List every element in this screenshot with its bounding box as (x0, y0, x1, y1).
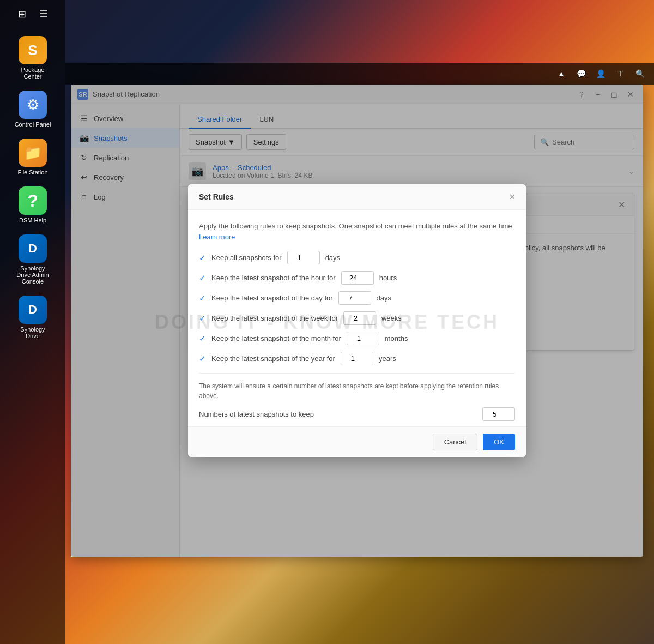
modal-ok-btn[interactable]: OK (483, 434, 515, 450)
control-panel-label: Control Panel (15, 121, 51, 128)
rule-check-3: ✓ (199, 314, 206, 323)
rule-check-1: ✓ (199, 273, 206, 283)
drive-admin-label: Synology Drive Admin Console (14, 265, 51, 285)
dsm-top-bar: ▲ 💬 👤 ⊤ 🔍 (65, 63, 654, 85)
rule-row-5: ✓ Keep the latest snapshot of the year f… (199, 352, 515, 365)
modal-close-btn[interactable]: × (509, 192, 515, 202)
file-station-label: File Station (17, 169, 47, 176)
rule-label-1: Keep the latest snapshot of the hour for (211, 274, 336, 282)
rule-row-3: ✓ Keep the latest snapshot of the week f… (199, 311, 515, 325)
dsm-app-drive-admin[interactable]: D Synology Drive Admin Console (11, 231, 55, 288)
set-rules-modal: Set Rules × Apply the following rules to… (188, 184, 526, 457)
rule-row-2: ✓ Keep the latest snapshot of the day fo… (199, 291, 515, 305)
dsm-app-synology-drive[interactable]: D Synology Drive (11, 292, 55, 342)
modal-overlay: Set Rules × Apply the following rules to… (71, 85, 643, 557)
rule-row-1: ✓ Keep the latest snapshot of the hour f… (199, 271, 515, 285)
rule-unit-5: years (379, 354, 406, 363)
rule-label-3: Keep the latest snapshot of the week for (211, 314, 338, 322)
synology-drive-label: Synology Drive (14, 326, 51, 339)
modal-note: The system will ensure a certain number … (199, 381, 515, 401)
rule-unit-2: days (377, 294, 404, 302)
dsm-update-icon[interactable]: ▲ (554, 66, 569, 81)
rule-unit-3: weeks (382, 314, 409, 322)
rule-row-4: ✓ Keep the latest snapshot of the month … (199, 332, 515, 345)
drive-admin-icon: D (19, 234, 47, 263)
synology-drive-icon: D (19, 296, 47, 324)
rule-input-5[interactable] (341, 352, 373, 365)
modal-footer: Cancel OK (188, 426, 526, 457)
modal-title: Set Rules (199, 192, 509, 201)
dsm-app-file-station[interactable]: 📁 File Station (11, 135, 55, 179)
app-window: SR Snapshot Replication ? − ◻ ✕ ☰ Overvi… (71, 85, 643, 557)
package-center-icon: S (19, 36, 47, 64)
rule-check-5: ✓ (199, 354, 206, 364)
learn-more-link[interactable]: Learn more (199, 233, 235, 241)
modal-body: Apply the following rules to keep snapsh… (188, 210, 526, 426)
rule-label-5: Keep the latest snapshot of the year for (211, 354, 335, 363)
rule-check-2: ✓ (199, 293, 206, 303)
modal-divider (199, 373, 515, 374)
package-center-label: Package Center (14, 67, 51, 80)
modal-cancel-btn[interactable]: Cancel (433, 434, 477, 450)
dsm-chat-icon[interactable]: 💬 (573, 66, 589, 81)
dsm-grid-icon[interactable]: ⊤ (613, 66, 628, 81)
taskbar-grid-icon[interactable]: ⊞ (12, 4, 32, 24)
file-station-icon: 📁 (19, 139, 47, 167)
rule-unit-1: hours (379, 274, 407, 282)
dsm-search-icon[interactable]: 🔍 (632, 66, 647, 81)
modal-header: Set Rules × (188, 184, 526, 210)
dsm-app-control-panel[interactable]: ⚙ Control Panel (11, 87, 55, 131)
latest-snapshots-input[interactable] (482, 407, 515, 421)
rule-input-2[interactable] (338, 291, 371, 305)
rule-input-4[interactable] (347, 332, 379, 345)
rule-check-0: ✓ (199, 253, 206, 263)
dsm-help-label: DSM Help (19, 217, 46, 224)
dsm-taskbar: ⊞ ☰ S Package Center ⚙ Control Panel 📁 F… (0, 0, 65, 644)
rule-check-4: ✓ (199, 334, 206, 344)
latest-snapshots-label: Numbers of latest snapshots to keep (199, 410, 314, 418)
control-panel-icon: ⚙ (19, 91, 47, 119)
dsm-app-dsm-help[interactable]: ? DSM Help (11, 183, 55, 227)
dsm-help-icon: ? (19, 186, 47, 215)
rule-input-0[interactable] (287, 251, 320, 264)
modal-description: Apply the following rules to keep snapsh… (199, 221, 515, 242)
rule-input-1[interactable] (341, 271, 374, 285)
dsm-user-icon[interactable]: 👤 (593, 66, 608, 81)
rule-label-2: Keep the latest snapshot of the day for (211, 294, 333, 302)
rule-input-3[interactable] (343, 311, 376, 325)
taskbar-list-icon[interactable]: ☰ (34, 4, 53, 24)
dsm-app-package-center[interactable]: S Package Center (11, 33, 55, 83)
rule-label-0: Keep all snapshots for (211, 254, 282, 262)
latest-snapshots-row: Numbers of latest snapshots to keep (199, 407, 515, 421)
rule-unit-4: months (385, 334, 412, 342)
rule-label-4: Keep the latest snapshot of the month fo… (211, 334, 341, 342)
rule-row-0: ✓ Keep all snapshots for days (199, 251, 515, 264)
rule-unit-0: days (325, 254, 353, 262)
